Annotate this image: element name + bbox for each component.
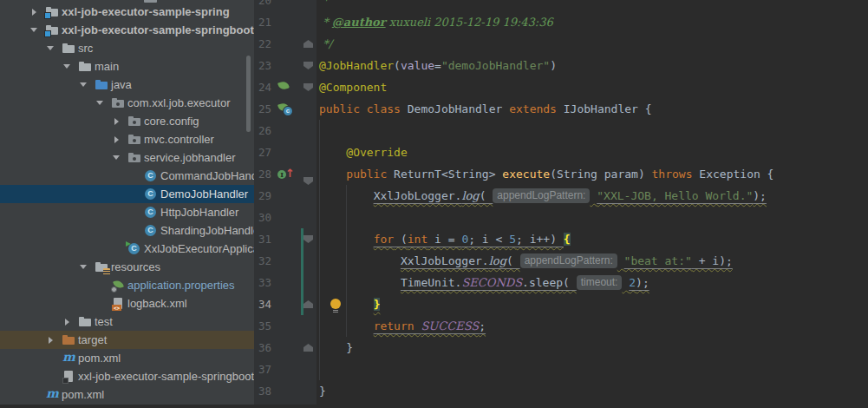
- tree-item-label: CommandJobHandler: [160, 169, 254, 182]
- tree-item-java[interactable]: java: [0, 76, 254, 94]
- code-token: int: [408, 233, 427, 246]
- code-token: ; i++): [516, 233, 564, 246]
- tree-item-module-springboot[interactable]: xxl-job-executor-sample-springboot: [0, 21, 254, 39]
- chevron-down-icon[interactable]: [111, 155, 127, 160]
- tree-item-commandjobhandler[interactable]: CommandJobHandler: [0, 167, 254, 185]
- code-line[interactable]: 30: [254, 207, 868, 228]
- warning-highlight: return SUCCESS;: [374, 319, 486, 332]
- tree-item-service-jobhandler[interactable]: service.jobhandler: [0, 148, 254, 167]
- tree-item-resources[interactable]: resources: [0, 258, 254, 276]
- code-line[interactable]: 33 TimeUnit.SECONDS.sleep( timeout: 2);: [254, 272, 868, 293]
- spring-bean-class-gutter-icon[interactable]: [277, 102, 291, 115]
- code-line[interactable]: 26: [254, 120, 868, 141]
- line-number: 34: [254, 293, 271, 315]
- tree-item-label: HttpJobHandler: [160, 206, 238, 219]
- line-number: 35: [254, 315, 271, 337]
- code-token: ReturnT<String>: [394, 168, 502, 181]
- tree-item-test[interactable]: test: [0, 313, 254, 331]
- chevron-down-icon[interactable]: [78, 265, 95, 269]
- tree-item-shardingjobhandler[interactable]: ShardingJobHandler: [0, 221, 254, 240]
- code-token: log: [461, 189, 479, 202]
- code-token: @Component: [319, 81, 387, 94]
- xml-file-icon: [111, 297, 127, 311]
- fold-marker-icon[interactable]: [303, 344, 313, 352]
- code-line[interactable]: 25 public class DemoJobHandler extends I…: [254, 98, 868, 120]
- tree-item-main[interactable]: main: [0, 57, 254, 76]
- tree-item-target[interactable]: target: [0, 331, 254, 349]
- code-line[interactable]: 36 }: [254, 337, 868, 359]
- module-folder-icon: [45, 23, 61, 37]
- chevron-right-icon[interactable]: [45, 337, 62, 344]
- maven-icon: [62, 352, 77, 365]
- line-number: 33: [254, 272, 271, 293]
- overriding-method-gutter-icon[interactable]: [277, 167, 291, 181]
- warning-highlight: for (int i = 0; i < 5; i++): [374, 233, 564, 246]
- code-line[interactable]: 27 @Override: [254, 141, 868, 163]
- chevron-right-icon[interactable]: [111, 118, 127, 125]
- tree-item-httpjobhandler[interactable]: HttpJobHandler: [0, 203, 254, 221]
- code-line[interactable]: 29 XxlJobLogger.log( appendLogPattern: "…: [254, 185, 868, 207]
- tree-item-iml-file[interactable]: xxl-job-executor-sample-springboot: [0, 367, 254, 385]
- code-token: [319, 146, 346, 159]
- code-line[interactable]: 34 }: [254, 293, 868, 315]
- code-token: );: [753, 189, 767, 202]
- fold-marker-icon[interactable]: [303, 62, 313, 69]
- tree-item-pom-xml-root[interactable]: pom.xml: [0, 385, 254, 404]
- code-line[interactable]: 35 return SUCCESS;: [254, 315, 868, 337]
- line-number: 22: [254, 33, 271, 55]
- chevron-down-icon[interactable]: [78, 82, 95, 87]
- tree-item-pom-xml-module[interactable]: pom.xml: [0, 349, 254, 367]
- code-editor[interactable]: 20 * 21 * @author xuxueli 2015-12-19 19:…: [254, 0, 868, 408]
- code-line[interactable]: 22 */: [254, 33, 868, 55]
- fold-marker-icon[interactable]: [303, 235, 313, 243]
- tree-item-module-spring[interactable]: xxl-job-executor-sample-spring: [0, 3, 254, 21]
- tree-item-application-properties[interactable]: application.properties: [0, 276, 254, 294]
- parameter-hint: timeout:: [577, 275, 623, 290]
- tree-item-src[interactable]: src: [0, 39, 254, 57]
- code-line[interactable]: 20 *: [254, 0, 868, 11]
- tree-item-core-config[interactable]: core.config: [0, 112, 254, 130]
- code-line[interactable]: 32 XxlJobLogger.log( appendLogPattern: "…: [254, 250, 868, 272]
- iml-badge-icon: [62, 378, 69, 384]
- tree-item-logback-xml[interactable]: logback.xml: [0, 294, 254, 313]
- tree-item-package-root[interactable]: com.xxl.job.executor: [0, 94, 254, 112]
- tree-item-label: test: [95, 315, 113, 328]
- code-token: }: [319, 385, 326, 398]
- chevron-down-icon[interactable]: [62, 64, 78, 69]
- fold-marker-icon[interactable]: [303, 300, 313, 308]
- chevron-down-icon[interactable]: [45, 46, 62, 50]
- code-lines: 20 * 21 * @author xuxueli 2015-12-19 19:…: [254, 0, 868, 402]
- project-tree-panel[interactable]: xxl-job-executor-sample-spring xxl-job-e…: [0, 0, 254, 408]
- folder-icon: [78, 60, 94, 74]
- tree-item-demojobhandler[interactable]: DemoJobHandler: [0, 185, 254, 203]
- class-icon: [144, 224, 160, 238]
- code-token: for: [374, 233, 394, 246]
- code-line[interactable]: 31 for (int i = 0; i < 5; i++) {: [254, 228, 868, 250]
- code-line[interactable]: 28 public ReturnT<String> execute(String…: [254, 163, 868, 185]
- code-line[interactable]: 24 @Component: [254, 76, 868, 98]
- chevron-right-icon[interactable]: [62, 319, 78, 326]
- code-line[interactable]: 37: [254, 359, 868, 380]
- code-token: public class: [319, 102, 408, 115]
- tree-item-application-class[interactable]: XxlJobExecutorApplication: [0, 240, 254, 258]
- line-number: 26: [254, 120, 271, 141]
- fold-marker-icon[interactable]: [303, 83, 313, 91]
- fold-marker-icon[interactable]: [303, 40, 313, 48]
- code-line[interactable]: 38 }: [254, 380, 868, 402]
- chevron-down-icon[interactable]: [29, 28, 45, 32]
- class-icon: [144, 169, 160, 183]
- fold-marker-icon[interactable]: [303, 177, 313, 185]
- folder-icon: [62, 42, 77, 56]
- tree-item-label: ShardingJobHandler: [160, 224, 254, 237]
- chevron-right-icon[interactable]: [111, 136, 127, 143]
- code-line[interactable]: 23 @JobHandler(value="demoJobHandler"): [254, 55, 868, 76]
- tree-item-mvc-controller[interactable]: mvc.controller: [0, 130, 254, 148]
- xml-badge-icon: [112, 305, 121, 311]
- code-token: TimeUnit.: [401, 276, 461, 289]
- tree-scrollbar-thumb[interactable]: [246, 56, 251, 132]
- code-line[interactable]: 21 * @author xuxueli 2015-12-19 19:43:36: [254, 11, 868, 33]
- spring-bean-gutter-icon[interactable]: [277, 80, 291, 94]
- resources-badge-icon: [103, 268, 110, 275]
- chevron-right-icon[interactable]: [29, 9, 45, 16]
- chevron-down-icon[interactable]: [95, 101, 111, 105]
